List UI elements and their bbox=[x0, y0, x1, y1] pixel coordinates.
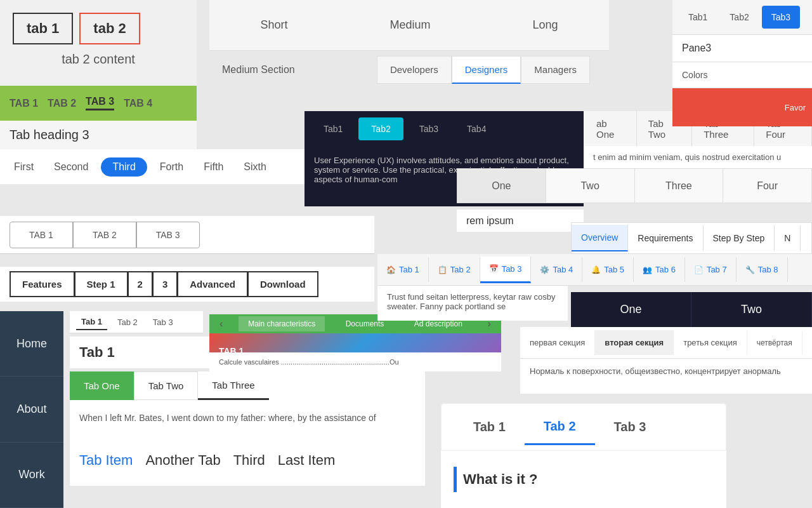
colored-tab-bar: Tab One Tab Two Tab Three bbox=[70, 371, 425, 400]
prev-arrow-icon[interactable]: ‹ bbox=[215, 318, 228, 330]
icon-tab-3[interactable]: 📅 Tab 3 bbox=[480, 257, 532, 283]
russian-tab-3[interactable]: третья секция bbox=[674, 330, 747, 355]
colors-label: Colors bbox=[672, 62, 812, 88]
requirements-tab[interactable]: Requirements bbox=[628, 225, 703, 251]
tr-tab-2[interactable]: Tab2 bbox=[720, 6, 758, 29]
features-tab[interactable]: Features bbox=[10, 271, 75, 297]
one-two-three-four-bar: One Two Three Four bbox=[457, 168, 812, 203]
colored-tab-one[interactable]: Tab One bbox=[70, 371, 134, 400]
icon-tab-4[interactable]: ⚙️ Tab 4 bbox=[531, 257, 582, 282]
sidebar-item-home[interactable]: Home bbox=[0, 311, 63, 377]
large-tab-3[interactable]: Tab 3 bbox=[595, 410, 665, 444]
managers-tab[interactable]: Managers bbox=[521, 56, 590, 84]
what-is-it-panel: What is it ? bbox=[441, 451, 726, 508]
large-tab-2[interactable]: Tab 2 bbox=[525, 410, 595, 445]
box-tab-1[interactable]: tab 1 bbox=[13, 13, 73, 44]
green-tab-3[interactable]: TAB 3 bbox=[86, 96, 114, 110]
russian-tab-4[interactable]: четвёртая bbox=[747, 331, 802, 355]
green-tab-bar: TAB 1 TAB 2 TAB 3 TAB 4 bbox=[0, 86, 197, 121]
step1-tab[interactable]: Step 1 bbox=[74, 271, 128, 297]
three-tab[interactable]: Three bbox=[635, 169, 724, 203]
green-tab-4[interactable]: TAB 4 bbox=[124, 98, 152, 109]
icon-tab-6[interactable]: 👥 Tab 6 bbox=[634, 257, 685, 282]
icon-tab-7[interactable]: 📄 Tab 7 bbox=[685, 257, 737, 282]
short-tab[interactable]: Short bbox=[241, 12, 306, 38]
dark-tab-4[interactable]: Tab4 bbox=[454, 117, 499, 140]
last-item-tab[interactable]: Last Item bbox=[278, 452, 335, 469]
tab-heading-3: Tab heading 3 bbox=[10, 128, 89, 142]
dark-one-tab[interactable]: One bbox=[571, 292, 691, 327]
bates-content: When I left Mr. Bates, I went down to my… bbox=[70, 400, 425, 435]
icon-tab-5-label: Tab 5 bbox=[604, 265, 624, 274]
overview-tab[interactable]: Overview bbox=[572, 225, 628, 251]
icon-tab-1[interactable]: 🏠 Tab 1 bbox=[377, 257, 429, 282]
home-icon: 🏠 bbox=[386, 265, 396, 274]
bordered-tab-bar: TAB 1 TAB 2 TAB 3 bbox=[0, 216, 374, 254]
dark-tab-1[interactable]: Tab1 bbox=[311, 117, 355, 140]
icon-tab-6-label: Tab 6 bbox=[655, 265, 676, 274]
step-by-step-tab[interactable]: Step By Step bbox=[704, 225, 775, 251]
pill-tab-third[interactable]: Third bbox=[101, 157, 147, 177]
doc-icon: 📄 bbox=[694, 265, 704, 274]
pill-tab-first[interactable]: First bbox=[6, 157, 41, 177]
short-medium-long-bar: Short Medium Long bbox=[209, 0, 609, 51]
colored-tab-three[interactable]: Tab Three bbox=[198, 371, 268, 400]
icon-tab-1-label: Tab 1 bbox=[399, 265, 419, 274]
russian-tab-2[interactable]: вторая секция bbox=[595, 330, 674, 355]
icon-tab-bar: 🏠 Tab 1 📋 Tab 2 📅 Tab 3 ⚙️ Tab 4 🔔 Tab 5… bbox=[377, 254, 812, 286]
tr-tab-3[interactable]: Tab3 bbox=[762, 6, 800, 29]
four-tab[interactable]: Four bbox=[723, 169, 811, 203]
third-tab[interactable]: Third bbox=[233, 452, 265, 469]
pill-tab-bar: First Second Third Forth Fifth Sixth bbox=[0, 149, 304, 184]
large-tab-underline-bar: Tab 1 Tab 2 Tab 3 bbox=[441, 403, 726, 451]
green-tab-1[interactable]: TAB 1 bbox=[10, 98, 38, 109]
pill-tab-sixth[interactable]: Sixth bbox=[236, 157, 274, 177]
pill-tab-second[interactable]: Second bbox=[46, 157, 96, 177]
step3-tab[interactable]: 3 bbox=[152, 271, 178, 297]
box-tab-content: tab 2 content bbox=[13, 52, 184, 67]
designers-tab[interactable]: Designers bbox=[452, 56, 521, 84]
download-tab[interactable]: Download bbox=[247, 271, 318, 297]
icon-tab-5[interactable]: 🔔 Tab 5 bbox=[582, 257, 634, 282]
two-tab[interactable]: Two bbox=[546, 169, 635, 203]
main-char-tab[interactable]: Main characteristics bbox=[239, 316, 325, 331]
sidebar: Home About Work bbox=[0, 311, 63, 508]
icon-tab-8[interactable]: 🔧 Tab 8 bbox=[737, 257, 788, 282]
dark-two-tab[interactable]: Two bbox=[691, 292, 812, 327]
another-tab[interactable]: Another Tab bbox=[145, 452, 220, 469]
dark-tab-bar: Tab1 Tab2 Tab3 Tab4 bbox=[304, 111, 584, 146]
sidebar-item-about[interactable]: About bbox=[0, 377, 63, 442]
dark-tab-2[interactable]: Tab2 bbox=[358, 117, 403, 140]
ab-one-tab[interactable]: ab One bbox=[584, 110, 637, 147]
one-tab[interactable]: One bbox=[457, 169, 546, 203]
sidebar-item-work[interactable]: Work bbox=[0, 443, 63, 508]
tab-item[interactable]: Tab Item bbox=[79, 452, 133, 469]
large-tab-1[interactable]: Tab 1 bbox=[454, 410, 525, 444]
small-tab-2[interactable]: Tab 2 bbox=[112, 315, 143, 330]
pill-tab-fifth[interactable]: Fifth bbox=[196, 157, 231, 177]
users-icon: 👥 bbox=[643, 265, 652, 274]
step2-tab[interactable]: 2 bbox=[128, 271, 153, 297]
small-tab-3[interactable]: Tab 3 bbox=[148, 315, 178, 330]
russian-tab-1[interactable]: первая секция bbox=[520, 330, 595, 355]
small-tab-1[interactable]: Tab 1 bbox=[76, 314, 107, 330]
bordered-tab-3[interactable]: TAB 3 bbox=[136, 222, 200, 248]
tr-tab-1[interactable]: Tab1 bbox=[679, 6, 717, 29]
trust-fund-content: Trust fund seitan letterpress, keytar ra… bbox=[377, 286, 568, 321]
colored-tab-two[interactable]: Tab Two bbox=[134, 371, 199, 400]
developers-tab[interactable]: Developers bbox=[377, 56, 452, 84]
overview-tab-bar: Overview Requirements Step By Step N bbox=[571, 222, 812, 254]
icon-tab-2[interactable]: 📋 Tab 2 bbox=[429, 257, 480, 282]
pill-tab-forth[interactable]: Forth bbox=[152, 157, 191, 177]
bordered-tab-1[interactable]: TAB 1 bbox=[10, 222, 73, 248]
medium-tab[interactable]: Medium bbox=[370, 12, 449, 38]
advanced-tab[interactable]: Advanced bbox=[177, 271, 248, 297]
long-tab[interactable]: Long bbox=[513, 12, 577, 38]
dark-tab-3[interactable]: Tab3 bbox=[407, 117, 451, 140]
n-tab[interactable]: N bbox=[775, 225, 801, 251]
bordered-tab-2[interactable]: TAB 2 bbox=[73, 222, 136, 248]
medium-section-bar: Medium Section Developers Designers Mana… bbox=[209, 51, 590, 89]
green-tab-2[interactable]: TAB 2 bbox=[48, 98, 76, 109]
top-right-tab-bar: Tab1 Tab2 Tab3 bbox=[672, 0, 812, 35]
box-tab-2[interactable]: tab 2 bbox=[79, 13, 140, 44]
